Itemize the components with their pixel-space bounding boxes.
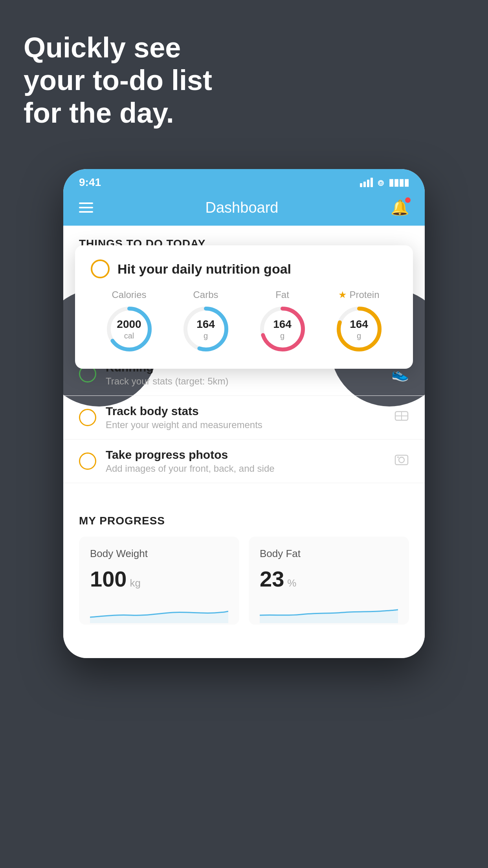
carbs-donut: 164 g [180, 303, 231, 355]
hero-line1: Quickly see [24, 31, 212, 64]
body-fat-unit: % [287, 577, 296, 589]
body-fat-value: 23 [260, 566, 284, 592]
hero-line2: your to-do list [24, 64, 212, 97]
battery-icon: ▮▮▮▮ [389, 177, 409, 188]
todo-circle-body-stats [79, 409, 96, 426]
nutrition-fat: Fat 164 g [257, 289, 308, 355]
calories-label: Calories [112, 289, 146, 300]
body-weight-value: 100 [90, 566, 127, 592]
notification-dot [405, 197, 411, 203]
status-icons: ⌾ ▮▮▮▮ [360, 177, 409, 189]
fat-value: 164 [273, 318, 292, 331]
carbs-unit: g [196, 331, 215, 340]
fat-unit: g [273, 331, 292, 340]
calories-unit: cal [117, 331, 141, 340]
body-fat-card[interactable]: Body Fat 23 % [249, 537, 409, 625]
body-fat-title: Body Fat [260, 548, 398, 560]
content-area: THINGS TO DO TODAY Hit your daily nutrit… [63, 226, 425, 658]
body-weight-sparkline [90, 600, 228, 623]
carbs-label: Carbs [193, 289, 218, 300]
scale-icon [394, 408, 409, 427]
menu-icon[interactable] [79, 202, 93, 213]
body-weight-card[interactable]: Body Weight 100 kg [79, 537, 239, 625]
todo-circle-nutrition[interactable] [91, 259, 110, 278]
star-icon: ★ [338, 289, 347, 300]
hero-line3: for the day. [24, 97, 212, 129]
todo-text-photos: Take progress photos Add images of your … [106, 448, 386, 474]
body-weight-unit: kg [130, 577, 140, 589]
todo-item-photos[interactable]: Take progress photos Add images of your … [63, 440, 425, 483]
nutrition-calories: Calories 2000 cal [104, 289, 155, 355]
body-weight-value-row: 100 kg [90, 566, 228, 592]
protein-unit: g [350, 331, 368, 340]
fat-label: Fat [275, 289, 289, 300]
todo-text-body-stats: Track body stats Enter your weight and m… [106, 405, 386, 430]
calories-value: 2000 [117, 318, 141, 331]
hero-text: Quickly see your to-do list for the day. [24, 31, 212, 129]
todo-title-photos: Take progress photos [106, 448, 386, 462]
nutrition-card: Hit your daily nutrition goal Calories [75, 245, 413, 369]
body-fat-value-row: 23 % [260, 566, 398, 592]
status-bar: 9:41 ⌾ ▮▮▮▮ [63, 169, 425, 193]
progress-header: MY PROGRESS [79, 515, 409, 527]
notification-bell-icon[interactable]: 🔔 [391, 199, 409, 216]
wifi-icon: ⌾ [378, 177, 384, 189]
calories-donut: 2000 cal [104, 303, 155, 355]
nutrition-card-title: Hit your daily nutrition goal [117, 261, 291, 277]
time: 9:41 [79, 176, 101, 189]
fat-donut: 164 g [257, 303, 308, 355]
carbs-value: 164 [196, 318, 215, 331]
body-fat-sparkline [260, 600, 398, 623]
nutrition-protein: ★ Protein 164 g [334, 289, 385, 355]
progress-section: MY PROGRESS Body Weight 100 kg [63, 499, 425, 636]
svg-point-12 [399, 457, 404, 463]
protein-donut: 164 g [334, 303, 385, 355]
card-title-row: Hit your daily nutrition goal [91, 259, 397, 278]
photo-icon [394, 452, 409, 471]
todo-subtitle-body-stats: Enter your weight and measurements [106, 419, 386, 430]
todo-item-body-stats[interactable]: Track body stats Enter your weight and m… [63, 396, 425, 440]
todo-circle-photos [79, 452, 96, 470]
phone-frame: 9:41 ⌾ ▮▮▮▮ Dashboard 🔔 [63, 169, 425, 658]
nav-title: Dashboard [205, 199, 279, 216]
nutrition-carbs: Carbs 164 g [180, 289, 231, 355]
protein-label: ★ Protein [338, 289, 379, 300]
progress-cards: Body Weight 100 kg Body Fat [79, 537, 409, 625]
signal-icon [360, 178, 373, 187]
nutrition-row: Calories 2000 cal [91, 289, 397, 355]
todo-subtitle-running: Track your stats (target: 5km) [106, 376, 383, 387]
svg-rect-11 [395, 455, 408, 465]
svg-point-13 [397, 456, 399, 458]
todo-title-body-stats: Track body stats [106, 405, 386, 418]
nav-bar: Dashboard 🔔 [63, 193, 425, 226]
todo-subtitle-photos: Add images of your front, back, and side [106, 463, 386, 474]
phone-wrapper: 9:41 ⌾ ▮▮▮▮ Dashboard 🔔 [63, 169, 425, 658]
body-weight-title: Body Weight [90, 548, 228, 560]
protein-value: 164 [350, 318, 368, 331]
